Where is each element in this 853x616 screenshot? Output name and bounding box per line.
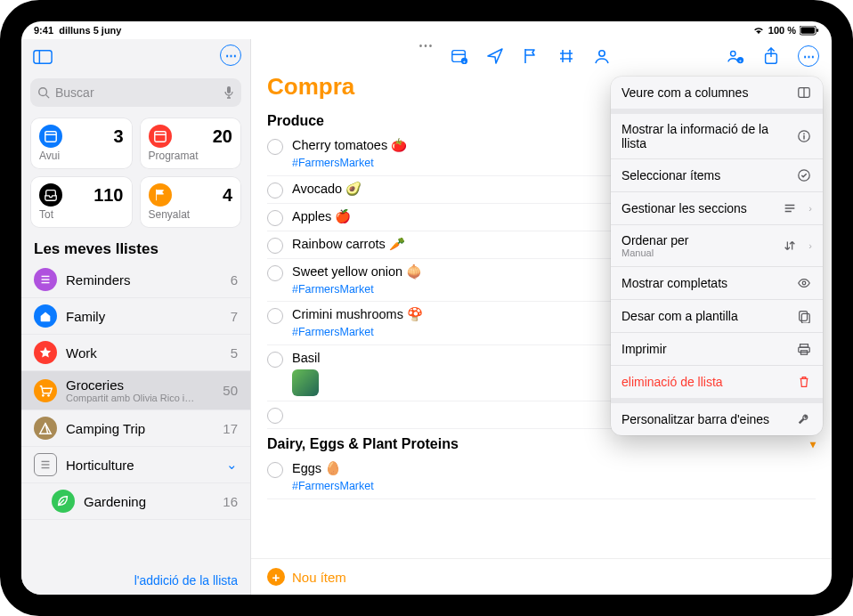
sidebar-list-family[interactable]: Family7 — [21, 298, 250, 335]
list-count: 17 — [223, 421, 238, 436]
menu-label: Veure com a columnes — [621, 85, 748, 100]
complete-toggle[interactable] — [267, 265, 283, 281]
sidebar-more-button[interactable]: ⋯ — [220, 45, 241, 66]
svg-point-16 — [47, 394, 50, 397]
item-text: Sweet yellow onion 🧅 — [292, 264, 422, 279]
item-text: Cherry tomatoes 🍅 — [292, 138, 407, 152]
menu-veure-com-a-columnes[interactable]: Veure com a columnes — [611, 77, 823, 109]
menu-mostrar-completats[interactable]: Mostrar completats — [611, 267, 823, 300]
list-subtitle: Compartit amb Olivia Rico i… — [66, 393, 214, 403]
person-icon[interactable] — [593, 47, 611, 65]
leaf-icon — [52, 490, 75, 513]
complete-toggle[interactable] — [267, 139, 283, 155]
collaborate-icon[interactable]: + — [727, 47, 744, 65]
complete-toggle[interactable] — [267, 238, 283, 254]
complete-toggle[interactable] — [267, 308, 283, 324]
location-icon[interactable] — [486, 47, 504, 65]
item-tag[interactable]: #FarmersMarket — [292, 480, 374, 492]
svg-rect-40 — [801, 313, 809, 323]
toggle-sidebar-button[interactable] — [30, 45, 55, 69]
menu-gestionar-les-seccions[interactable]: Gestionar les seccions› — [611, 192, 823, 225]
disclosure-icon[interactable]: ⌄ — [226, 457, 238, 473]
tag-icon[interactable] — [557, 47, 575, 65]
svg-rect-1 — [800, 27, 815, 33]
smart-tot[interactable]: 110Tot — [30, 176, 133, 228]
item-tag[interactable]: #FarmersMarket — [292, 157, 374, 169]
item-tag[interactable]: #FarmersMarket — [292, 326, 374, 338]
list-name: GroceriesCompartit amb Olivia Rico i… — [66, 377, 214, 403]
menu-label: Gestionar les seccions — [621, 201, 747, 215]
smart-count: 3 — [113, 126, 123, 147]
menu-label: Mostrar completats — [621, 276, 727, 290]
dictation-icon[interactable] — [223, 85, 234, 100]
search-placeholder: Buscar — [55, 85, 94, 100]
flag-icon[interactable] — [522, 47, 540, 65]
complete-toggle[interactable] — [267, 462, 283, 478]
sidebar-list-gardening[interactable]: Gardening16 — [21, 483, 250, 520]
svg-line-6 — [46, 95, 50, 99]
status-bar: 9:41 dilluns 5 juny 100 % — [21, 21, 832, 39]
complete-toggle[interactable] — [267, 210, 283, 226]
svg-point-5 — [39, 88, 47, 96]
svg-text:+: + — [739, 58, 742, 63]
smart-avui[interactable]: 3Avui — [30, 118, 133, 169]
complete-toggle[interactable] — [267, 352, 283, 368]
sidebar: ⋯ Buscar 3Avui20Programat110Tot4Senyalat… — [21, 39, 251, 595]
sidebar-list-camping-trip[interactable]: Camping Trip17 — [21, 410, 250, 447]
svg-text:+: + — [463, 59, 466, 64]
calendar-icon — [149, 125, 172, 148]
menu-imprimir[interactable]: Imprimir — [611, 333, 823, 366]
complete-toggle[interactable] — [267, 408, 283, 424]
add-list-button[interactable]: l'addició de la llista — [21, 566, 250, 595]
sidebar-list-groceries[interactable]: GroceriesCompartit amb Olivia Rico i…50 — [21, 371, 250, 410]
my-lists-heading: Les meves llistes — [21, 235, 250, 262]
sidebar-list-reminders[interactable]: Reminders6 — [21, 262, 250, 298]
smart-count: 4 — [223, 185, 232, 206]
tent-icon — [34, 417, 57, 440]
home-icon — [34, 304, 57, 328]
reminder-item[interactable]: Eggs 🥚#FarmersMarket — [267, 456, 816, 499]
status-right: 100 % — [752, 25, 819, 36]
item-tag[interactable]: #FarmersMarket — [292, 283, 374, 296]
item-text: Crimini mushrooms 🍄 — [292, 307, 423, 321]
calendar-badge-icon[interactable]: + — [451, 47, 468, 65]
list-count: 16 — [223, 494, 238, 509]
menu-ordenar-per[interactable]: Ordenar perManual› — [611, 225, 823, 267]
menu-seleccionar-tems[interactable]: Seleccionar ítems — [611, 159, 823, 192]
menu-desar-com-a-plantilla[interactable]: Desar com a plantilla — [611, 300, 823, 333]
list-count: 5 — [231, 345, 238, 361]
new-item-button[interactable]: + Nou ítem — [251, 558, 832, 595]
share-icon[interactable] — [762, 47, 780, 65]
sidebar-list-horticulture[interactable]: Horticulture⌄ — [21, 447, 250, 483]
toolbar: + + — [251, 39, 832, 73]
new-item-label: Nou ítem — [292, 570, 346, 585]
item-text: Rainbow carrots 🥕 — [292, 237, 405, 251]
svg-point-24 — [599, 51, 605, 56]
sort-icon — [782, 238, 798, 254]
list-icon — [34, 268, 57, 291]
tray-icon — [39, 183, 62, 207]
chevron-down-icon[interactable]: ▾ — [810, 438, 816, 450]
svg-rect-42 — [799, 347, 809, 352]
wrench-icon — [796, 411, 812, 427]
sidebar-list-work[interactable]: Work5 — [21, 335, 250, 371]
cart-icon — [34, 379, 57, 402]
template-icon — [796, 308, 812, 324]
smart-senyalat[interactable]: 4Senyalat — [140, 176, 242, 228]
item-thumbnail[interactable] — [292, 369, 319, 396]
menu-label: Imprimir — [621, 342, 667, 356]
menu-personalitzar-barra-d-eines[interactable]: Personalitzar barra d'eines — [611, 403, 823, 435]
menu-mostrar-la-informaci-de-la-llista[interactable]: Mostrar la informació de la llista — [611, 114, 823, 159]
chevron-right-icon: › — [808, 203, 812, 214]
more-button[interactable]: ⋯ — [798, 45, 819, 67]
search-input[interactable]: Buscar — [30, 78, 241, 107]
print-icon — [796, 341, 812, 357]
wifi-icon — [752, 25, 765, 36]
columns-icon — [796, 85, 812, 101]
smart-label: Avui — [39, 150, 124, 162]
menu-eliminaci-de-llista[interactable]: eliminació de llista — [611, 366, 823, 398]
smart-programat[interactable]: 20Programat — [140, 118, 242, 169]
plus-icon: + — [267, 568, 285, 586]
calendar-icon — [39, 125, 62, 148]
complete-toggle[interactable] — [267, 182, 283, 199]
